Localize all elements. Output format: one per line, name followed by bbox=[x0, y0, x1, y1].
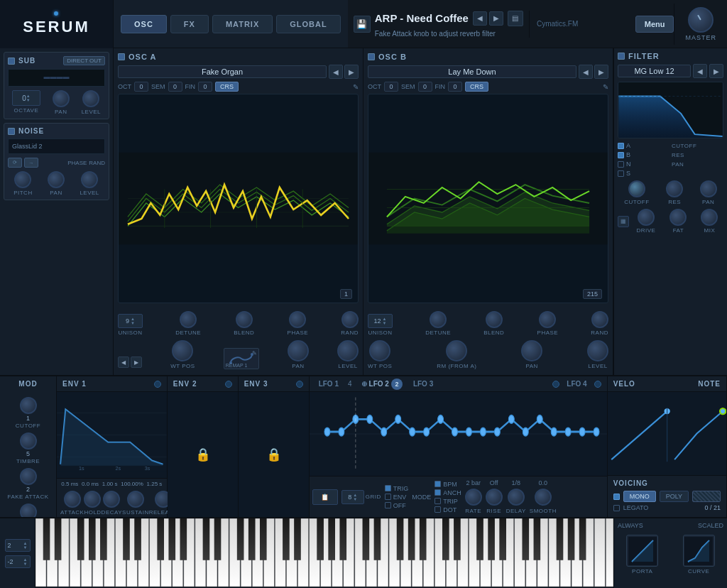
osc-b-rand-knob[interactable] bbox=[591, 311, 608, 328]
filter-graph-icon[interactable]: ▦ bbox=[618, 216, 629, 227]
noise-pitch-knob[interactable] bbox=[14, 171, 31, 188]
voicing-legato-checkbox[interactable] bbox=[613, 505, 620, 511]
lfo1-tab[interactable]: LFO 1 bbox=[315, 380, 342, 388]
preset-prev-button[interactable]: ◀ bbox=[473, 11, 487, 26]
noise-pan-knob[interactable] bbox=[48, 171, 65, 188]
filter-cutoff-knob[interactable] bbox=[628, 180, 645, 197]
lfo2-env-checkbox[interactable] bbox=[385, 494, 391, 500]
lfo2-bpm-checkbox[interactable] bbox=[434, 481, 441, 487]
lfo2-trip-checkbox[interactable] bbox=[434, 498, 441, 504]
osc-a-unison-select[interactable]: 9 ▲▼ bbox=[118, 314, 143, 328]
pitch-up-control[interactable]: 2 ▲▼ bbox=[5, 539, 31, 552]
osc-b-phase-knob[interactable] bbox=[539, 311, 556, 328]
osc-b-prev-button[interactable]: ◀ bbox=[579, 65, 593, 79]
voicing-mono-button[interactable]: MONO bbox=[623, 491, 656, 502]
filter-drive-knob[interactable] bbox=[638, 209, 655, 226]
tab-matrix[interactable]: MATRIX bbox=[212, 15, 273, 33]
pitch-down-control[interactable]: -2 ▲▼ bbox=[5, 555, 31, 568]
env1-sustain-knob[interactable] bbox=[127, 491, 144, 508]
noise-checkbox[interactable] bbox=[8, 128, 15, 135]
osc-b-checkbox[interactable] bbox=[368, 53, 375, 60]
env1-decay-knob[interactable] bbox=[103, 491, 120, 508]
osc-b-oct-val[interactable]: 0 bbox=[384, 82, 398, 92]
mod-fake-attack-knob[interactable] bbox=[20, 468, 37, 485]
filter-pan-knob[interactable] bbox=[700, 180, 717, 197]
lfo2-display[interactable] bbox=[310, 392, 607, 476]
lfo2-trig-checkbox[interactable] bbox=[385, 485, 391, 491]
filter-res-knob[interactable] bbox=[666, 180, 683, 197]
osc-a-crs-label[interactable]: CRS bbox=[215, 82, 239, 92]
osc-b-rm-knob[interactable] bbox=[446, 340, 467, 361]
sub-checkbox[interactable] bbox=[8, 58, 15, 65]
osc-a-fin-val[interactable]: 0 bbox=[198, 82, 212, 92]
osc-a-wt-next[interactable]: ▶ bbox=[131, 356, 142, 368]
tab-osc[interactable]: OSC bbox=[121, 15, 167, 33]
osc-b-sem-val[interactable]: 0 bbox=[418, 82, 432, 92]
sub-pan-knob[interactable] bbox=[53, 90, 70, 107]
filter-preset[interactable]: MG Low 12 bbox=[618, 65, 691, 77]
lfo2-dot-checkbox[interactable] bbox=[434, 506, 441, 513]
osc-b-crs-label[interactable]: CRS bbox=[465, 82, 488, 92]
osc-a-preset[interactable]: Fake Organ bbox=[118, 65, 327, 78]
osc-a-prev-button[interactable]: ◀ bbox=[329, 65, 343, 79]
filter-mix-knob[interactable] bbox=[701, 209, 718, 226]
filter-route-b-checkbox[interactable] bbox=[618, 152, 624, 158]
tab-fx[interactable]: FX bbox=[170, 15, 209, 33]
lfo2-anch-checkbox[interactable] bbox=[434, 489, 441, 496]
filter-fat-knob[interactable] bbox=[669, 209, 687, 226]
osc-b-unison-select[interactable]: 12 ▲▼ bbox=[368, 314, 393, 328]
lfo4-tab[interactable]: LFO 4 bbox=[563, 380, 590, 388]
noise-preset-select[interactable]: GlassLid 2 bbox=[8, 138, 105, 154]
osc-b-preset[interactable]: Lay Me Down bbox=[368, 65, 576, 78]
osc-b-wtpos-knob[interactable] bbox=[369, 340, 390, 361]
lfo2-grid-button[interactable]: 📋 bbox=[312, 489, 338, 505]
preset-list-button[interactable]: ▤ bbox=[508, 11, 523, 26]
osc-b-fin-val[interactable]: 0 bbox=[448, 82, 462, 92]
master-knob[interactable] bbox=[688, 7, 714, 33]
curve-display[interactable] bbox=[683, 535, 715, 567]
lfo2-tab[interactable]: ⊕ LFO 2 2 bbox=[358, 379, 406, 390]
osc-a-detune-knob[interactable] bbox=[180, 311, 197, 328]
osc-b-pan-knob[interactable] bbox=[521, 340, 542, 361]
lfo3-tab[interactable]: LFO 3 bbox=[410, 380, 437, 388]
osc-a-level-knob[interactable] bbox=[337, 340, 359, 361]
filter-route-a-checkbox[interactable] bbox=[618, 143, 624, 149]
filter-prev-button[interactable]: ◀ bbox=[693, 64, 707, 78]
osc-a-checkbox[interactable] bbox=[118, 53, 125, 60]
octave-select[interactable]: 0 ▲▼ bbox=[12, 90, 40, 106]
filter-next-button[interactable]: ▶ bbox=[709, 64, 723, 78]
osc-b-edit-icon[interactable]: ✎ bbox=[603, 83, 608, 91]
osc-a-next-button[interactable]: ▶ bbox=[344, 65, 359, 79]
mod-cutoff-knob[interactable] bbox=[20, 397, 37, 414]
osc-b-blend-knob[interactable] bbox=[486, 311, 503, 328]
voicing-mono-checkbox[interactable] bbox=[613, 494, 620, 500]
osc-a-wt-prev[interactable]: ◀ bbox=[118, 356, 129, 368]
porta-display[interactable] bbox=[626, 535, 658, 567]
menu-button[interactable]: Menu bbox=[635, 16, 674, 33]
save-button[interactable]: 💾 bbox=[354, 16, 371, 33]
osc-a-rand-knob[interactable] bbox=[341, 311, 359, 328]
osc-a-oct-val[interactable]: 0 bbox=[134, 82, 148, 92]
lfo2-delay-knob[interactable] bbox=[508, 489, 525, 506]
filter-checkbox[interactable] bbox=[618, 53, 625, 60]
env1-attack-knob[interactable] bbox=[64, 491, 81, 508]
mod-timbre-knob[interactable] bbox=[20, 432, 37, 450]
osc-b-level-knob[interactable] bbox=[587, 340, 608, 361]
filter-route-s-checkbox[interactable] bbox=[618, 170, 624, 177]
env1-hold-knob[interactable] bbox=[84, 491, 101, 508]
osc-a-phase-knob[interactable] bbox=[289, 311, 306, 328]
lfo2-off-checkbox[interactable] bbox=[385, 502, 391, 508]
lfo2-rate-knob[interactable] bbox=[465, 489, 482, 506]
osc-a-pan-knob[interactable] bbox=[288, 340, 309, 361]
osc-a-wtpos-knob[interactable] bbox=[172, 340, 193, 361]
osc-a-edit-icon[interactable]: ✎ bbox=[353, 83, 359, 91]
sub-level-knob[interactable] bbox=[82, 90, 99, 107]
filter-route-n-checkbox[interactable] bbox=[618, 161, 624, 168]
lfo2-grid-select[interactable]: 8 ▲▼ bbox=[341, 490, 364, 504]
preset-next-button[interactable]: ▶ bbox=[489, 11, 503, 26]
direct-out-button[interactable]: DIRECT OUT bbox=[63, 56, 105, 65]
osc-a-remap-button[interactable]: ✎ REMAP 1 bbox=[224, 348, 259, 369]
keyboard-area[interactable]: // White keys drawn as rects bbox=[35, 518, 613, 588]
lfo2-smooth-knob[interactable] bbox=[535, 489, 552, 506]
osc-b-next-button[interactable]: ▶ bbox=[594, 65, 608, 79]
